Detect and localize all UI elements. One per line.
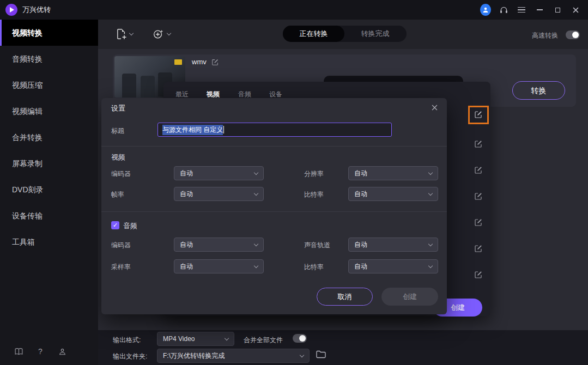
maximize-button[interactable]	[552, 4, 563, 15]
sidebar-item-video-convert[interactable]: 视频转换	[0, 20, 98, 46]
minimize-button[interactable]	[534, 4, 545, 15]
title-input-value: 与源文件相同 自定义	[162, 125, 223, 135]
video-bitrate-label: 比特率	[304, 190, 324, 199]
divider	[101, 211, 447, 212]
samplerate-label: 采样率	[111, 263, 131, 272]
format-edit-button[interactable]	[474, 244, 484, 254]
select-value: 自动	[354, 190, 367, 199]
audio-channel-select[interactable]: 自动	[348, 238, 438, 252]
convert-button[interactable]: 转换	[512, 81, 565, 100]
close-button[interactable]	[570, 4, 581, 15]
format-edit-button[interactable]	[474, 166, 484, 175]
video-encoder-select[interactable]: 自动	[174, 166, 264, 180]
select-value: 自动	[354, 169, 367, 178]
app-window: 万兴优转 视频转换 音频转换 视频压缩 视频编辑 合并转换 屏幕录制 DVD刻录…	[0, 0, 588, 365]
app-logo-icon	[5, 4, 17, 16]
support-button[interactable]	[498, 4, 509, 15]
add-device-icon	[153, 28, 164, 40]
menu-icon	[518, 7, 525, 13]
sidebar-item-screen-record[interactable]: 屏幕录制	[0, 150, 98, 177]
minimize-icon	[537, 9, 543, 10]
audio-bitrate-select[interactable]: 自动	[348, 259, 438, 273]
video-bitrate-select[interactable]: 自动	[348, 187, 438, 201]
chevron-down-icon	[300, 352, 304, 357]
titlebar: 万兴优转	[0, 0, 588, 20]
merge-toggle[interactable]	[293, 334, 307, 343]
select-value: 自动	[354, 240, 367, 250]
audio-encoder-select[interactable]: 自动	[174, 238, 264, 252]
status-tabs: 正在转换 转换完成	[283, 26, 407, 42]
select-value: 自动	[354, 262, 367, 271]
title-input[interactable]: 与源文件相同 自定义	[157, 123, 392, 137]
guide-button[interactable]	[14, 346, 23, 356]
menu-button[interactable]	[516, 4, 527, 15]
audio-section-label: 音频	[123, 221, 137, 231]
edit-icon	[474, 270, 483, 279]
chevron-down-icon	[129, 31, 134, 35]
close-icon	[432, 105, 438, 111]
format-edit-button[interactable]	[474, 270, 484, 280]
create-button[interactable]: 创建	[381, 288, 438, 306]
edit-icon	[474, 192, 483, 200]
account-button[interactable]	[480, 4, 491, 15]
folder-icon	[316, 350, 326, 358]
sidebar-item-video-compress[interactable]: 视频压缩	[0, 72, 98, 98]
sidebar-item-toolbox[interactable]: 工具箱	[0, 229, 98, 255]
thumbnail-logo-badge	[174, 59, 182, 65]
headset-icon	[499, 5, 508, 15]
tab-finished[interactable]: 转换完成	[344, 26, 406, 42]
edit-icon	[211, 58, 219, 66]
audio-checkbox[interactable]: ✓	[111, 221, 119, 229]
chevron-down-icon	[428, 241, 433, 246]
merge-label: 合并全部文件	[244, 336, 283, 345]
dialog-close-button[interactable]	[429, 102, 439, 112]
toggle-knob	[572, 32, 579, 38]
format-edit-button[interactable]	[474, 192, 484, 202]
chevron-down-icon	[428, 170, 433, 174]
chevron-down-icon	[167, 31, 171, 35]
edit-icon	[474, 244, 483, 253]
chevron-down-icon	[225, 336, 229, 340]
chevron-down-icon	[254, 170, 258, 174]
chevron-down-icon	[428, 263, 433, 267]
cancel-button[interactable]: 取消	[317, 288, 373, 306]
title-field-label: 标题	[111, 126, 124, 136]
rename-button[interactable]	[211, 58, 219, 66]
text-caret	[223, 126, 224, 133]
sidebar-item-audio-convert[interactable]: 音频转换	[0, 46, 98, 72]
sidebar-item-video-edit[interactable]: 视频编辑	[0, 98, 98, 124]
open-folder-button[interactable]	[316, 350, 326, 358]
file-name: wmv	[192, 58, 207, 66]
output-folder-select[interactable]: F:\万兴优转\转换完成	[157, 349, 310, 363]
resolution-select[interactable]: 自动	[348, 166, 438, 180]
sidebar-item-device-transfer[interactable]: 设备传输	[0, 203, 98, 229]
add-file-icon	[116, 28, 126, 40]
output-format-select[interactable]: MP4 Video	[157, 332, 234, 346]
community-button[interactable]	[57, 346, 67, 356]
format-edit-button[interactable]	[474, 139, 484, 149]
add-file-button[interactable]	[116, 26, 133, 42]
sidebar-item-dvd-burn[interactable]: DVD刻录	[0, 177, 98, 203]
divider	[101, 146, 447, 147]
video-encoder-label: 编码器	[111, 169, 131, 179]
resolution-label: 分辨率	[304, 169, 324, 179]
samplerate-select[interactable]: 自动	[174, 259, 264, 273]
select-value: 自动	[180, 262, 193, 271]
app-title: 万兴优转	[22, 5, 51, 15]
audio-channel-label: 声音轨道	[304, 241, 330, 250]
sidebar-footer: ?	[0, 346, 98, 357]
help-button[interactable]: ?	[35, 346, 45, 356]
user-avatar-icon	[480, 4, 491, 16]
chevron-down-icon	[254, 263, 258, 267]
framerate-select[interactable]: 自动	[174, 187, 264, 201]
edit-icon	[474, 139, 483, 148]
add-device-button[interactable]	[153, 26, 171, 42]
high-speed-label: 高速转换	[532, 31, 558, 40]
high-speed-toggle[interactable]	[566, 31, 580, 39]
edit-icon	[474, 218, 483, 227]
format-edit-button[interactable]	[474, 218, 484, 228]
sidebar: 视频转换 音频转换 视频压缩 视频编辑 合并转换 屏幕录制 DVD刻录 设备传输…	[0, 20, 98, 365]
tab-converting[interactable]: 正在转换	[283, 26, 344, 42]
sidebar-item-merge-convert[interactable]: 合并转换	[0, 124, 98, 150]
select-value: 自动	[180, 190, 193, 199]
